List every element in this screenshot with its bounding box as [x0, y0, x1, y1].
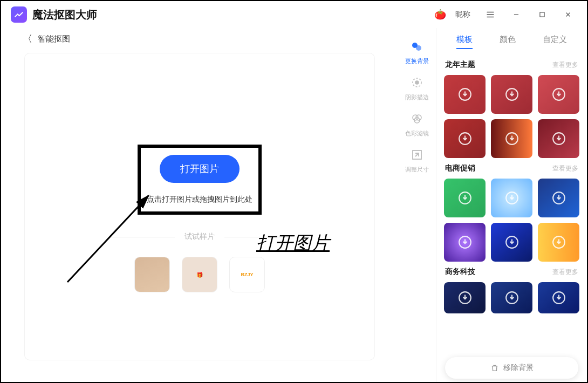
- titlebar: 魔法抠图大师 🍅 昵称: [1, 1, 587, 28]
- template-tile[interactable]: [444, 223, 486, 262]
- tool-label: 阴影描边: [401, 93, 433, 101]
- swap-bg-icon: [401, 39, 433, 54]
- template-tile[interactable]: [538, 223, 579, 262]
- tool-resize[interactable]: 调整尺寸: [401, 147, 433, 174]
- filter-icon: [401, 111, 433, 126]
- section-head-business: 商务科技 查看更多: [443, 262, 580, 282]
- trash-icon: [490, 364, 499, 372]
- template-tile[interactable]: [538, 282, 579, 313]
- open-image-button[interactable]: 打开图片: [160, 155, 240, 183]
- tool-label: 色彩滤镜: [401, 129, 433, 138]
- tool-label: 更换背景: [401, 57, 433, 65]
- tool-change-bg[interactable]: 更换背景: [401, 39, 433, 65]
- sample-thumb-1[interactable]: [134, 257, 170, 292]
- minimize-button[interactable]: [507, 6, 525, 23]
- svg-rect-0: [540, 12, 544, 17]
- section-title: 龙年主题: [445, 60, 475, 70]
- template-tile[interactable]: [491, 223, 532, 262]
- workarea: 〈 智能抠图 打开图片 点击打开图片或拖拽图片到此处 试试样片 🎁 BZJY: [1, 28, 587, 382]
- app-title: 魔法抠图大师: [32, 8, 97, 22]
- dropzone-hint: 点击打开图片或拖拽图片到此处: [147, 195, 252, 204]
- app-logo: [11, 6, 27, 23]
- nickname-label[interactable]: 昵称: [455, 10, 470, 19]
- shadow-icon: [401, 75, 433, 90]
- template-tile[interactable]: [444, 75, 486, 114]
- breadcrumb-label: 智能抠图: [38, 34, 70, 44]
- canvas-column: 〈 智能抠图 打开图片 点击打开图片或拖拽图片到此处 试试样片 🎁 BZJY: [1, 28, 398, 382]
- canvas-area: 打开图片 点击打开图片或拖拽图片到此处 试试样片 🎁 BZJY: [24, 53, 375, 360]
- template-grid-ecommerce: [443, 179, 580, 262]
- panel-tabs: 模板 颜色 自定义: [443, 31, 580, 54]
- section-head-dragon: 龙年主题 查看更多: [443, 54, 580, 75]
- avatar[interactable]: 🍅: [433, 7, 448, 22]
- remove-bg-button[interactable]: 移除背景: [445, 357, 578, 379]
- section-title: 电商促销: [445, 163, 475, 173]
- side-panel: 模板 颜色 自定义 龙年主题 查看更多 电商促销 查看更多: [436, 28, 587, 382]
- see-more-link[interactable]: 查看更多: [552, 268, 578, 277]
- samples-heading-label: 试试样片: [184, 232, 215, 242]
- template-tile[interactable]: [444, 282, 486, 313]
- tool-filter[interactable]: 色彩滤镜: [401, 111, 433, 138]
- section-head-ecommerce: 电商促销 查看更多: [443, 158, 580, 179]
- annotation-text: 打开图片: [256, 231, 330, 256]
- remove-bg-label: 移除背景: [503, 363, 534, 373]
- back-chevron-icon[interactable]: 〈: [23, 32, 32, 45]
- svg-point-3: [416, 45, 421, 51]
- template-tile[interactable]: [538, 179, 579, 217]
- template-grid-dragon: [443, 75, 580, 158]
- maximize-button[interactable]: [533, 6, 551, 23]
- tab-template[interactable]: 模板: [456, 35, 473, 49]
- template-tile[interactable]: [491, 75, 532, 114]
- close-button[interactable]: [559, 6, 577, 23]
- breadcrumb[interactable]: 〈 智能抠图: [12, 28, 387, 53]
- resize-icon: [401, 147, 433, 162]
- tool-label: 调整尺寸: [401, 166, 433, 174]
- template-tile[interactable]: [491, 119, 532, 158]
- tab-color[interactable]: 颜色: [500, 35, 516, 49]
- template-grid-business: [443, 282, 580, 313]
- section-title: 商务科技: [445, 267, 475, 277]
- template-tile[interactable]: [538, 119, 579, 158]
- menu-button[interactable]: [481, 6, 500, 23]
- template-tile[interactable]: [491, 179, 532, 217]
- svg-point-5: [415, 81, 419, 84]
- tool-shadow[interactable]: 阴影描边: [401, 75, 433, 101]
- template-tile[interactable]: [491, 282, 532, 313]
- see-more-link[interactable]: 查看更多: [552, 60, 578, 70]
- dropzone[interactable]: 打开图片 点击打开图片或拖拽图片到此处: [138, 145, 262, 215]
- template-tile[interactable]: [444, 119, 486, 158]
- tool-column: 更换背景 阴影描边 色彩滤镜 调整尺寸: [398, 28, 436, 382]
- see-more-link[interactable]: 查看更多: [552, 164, 578, 173]
- template-tile[interactable]: [538, 75, 579, 114]
- template-tile[interactable]: [444, 179, 486, 217]
- tab-custom[interactable]: 自定义: [543, 35, 567, 49]
- sample-thumb-3[interactable]: BZJY: [229, 257, 265, 292]
- sample-thumb-2[interactable]: 🎁: [182, 257, 217, 292]
